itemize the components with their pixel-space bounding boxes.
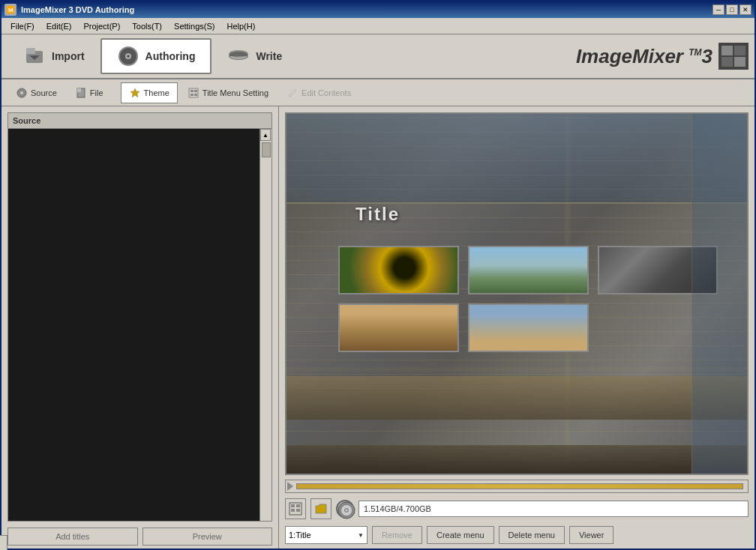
svg-rect-31 xyxy=(296,509,300,512)
delete-menu-button[interactable]: Delete menu xyxy=(499,526,565,544)
title-bar-left: M ImageMixer 3 DVD Authoring xyxy=(4,4,134,16)
dropdown-value: 1:Title xyxy=(289,531,311,540)
theme-button[interactable]: Theme xyxy=(121,82,178,103)
window-frame: M ImageMixer 3 DVD Authoring ─ □ ✕ File(… xyxy=(0,0,756,550)
edit-contents-label: Edit Contents xyxy=(302,88,351,97)
svg-rect-14 xyxy=(722,57,733,67)
source-icon xyxy=(16,87,28,99)
import-label: Import xyxy=(52,50,85,62)
sub-toolbar: Source File Theme xyxy=(2,79,754,106)
authoring-icon xyxy=(117,45,140,67)
title-menu-button[interactable]: Title Menu Setting xyxy=(179,82,277,103)
authoring-label: Authoring xyxy=(146,50,196,62)
file-icon xyxy=(75,87,87,99)
panel-header: Source xyxy=(8,112,272,129)
add-chapter-button[interactable] xyxy=(285,498,306,519)
edit-contents-icon xyxy=(286,87,298,99)
app-name: ImageMixer TM3 xyxy=(576,45,712,68)
right-strip xyxy=(692,114,747,474)
thumbnail-5[interactable] xyxy=(468,303,589,352)
title-bar: M ImageMixer 3 DVD Authoring ─ □ ✕ xyxy=(2,1,754,18)
svg-rect-28 xyxy=(291,504,295,507)
thumbnail-4[interactable] xyxy=(338,303,459,352)
panel-header-label: Source xyxy=(13,116,40,125)
svg-rect-24 xyxy=(190,94,194,96)
source-label: Source xyxy=(31,88,57,97)
svg-rect-10 xyxy=(230,54,248,56)
preview-button[interactable]: Preview xyxy=(142,528,273,546)
svg-rect-29 xyxy=(296,504,300,507)
title-bar-buttons: ─ □ ✕ xyxy=(712,4,752,15)
source-button[interactable]: Source xyxy=(8,82,65,103)
timeline-track[interactable] xyxy=(296,483,743,489)
authoring-button[interactable]: Authoring xyxy=(100,38,212,74)
title-menu-icon xyxy=(188,87,200,99)
folder-button[interactable] xyxy=(310,498,332,519)
main-toolbar: Import Authoring Write xyxy=(2,34,754,79)
scroll-up-button[interactable]: ▲ xyxy=(260,129,271,141)
svg-point-35 xyxy=(346,510,348,512)
svg-rect-22 xyxy=(190,90,194,92)
theme-icon xyxy=(129,87,141,99)
top-strip xyxy=(286,114,747,204)
menu-bar: File(F) Edit(E) Project(P) Tools(T) Sett… xyxy=(2,18,754,34)
svg-rect-12 xyxy=(722,46,733,55)
right-panel: Title xyxy=(279,106,754,550)
capacity-text: 1.514GB/4.700GB xyxy=(364,504,431,513)
minimize-button[interactable]: ─ xyxy=(712,4,724,15)
menu-file[interactable]: File(F) xyxy=(4,20,40,32)
menu-tools[interactable]: Tools(T) xyxy=(126,20,168,32)
app-icon: M xyxy=(4,4,16,16)
maximize-button[interactable]: □ xyxy=(726,4,738,15)
add-titles-button[interactable]: Add titles xyxy=(8,528,138,546)
import-button[interactable]: Import xyxy=(8,38,100,74)
thumbnail-2[interactable] xyxy=(468,246,589,294)
svg-rect-15 xyxy=(734,57,746,67)
timeline-bar xyxy=(285,480,748,493)
svg-marker-20 xyxy=(130,88,140,97)
left-panel: Source ▲ Add titles Preview xyxy=(2,106,279,550)
main-content: Source ▲ Add titles Preview xyxy=(2,106,754,550)
scroll-thumb[interactable] xyxy=(262,142,271,157)
scrollbar[interactable]: ▲ xyxy=(260,129,272,521)
import-icon xyxy=(23,45,46,67)
svg-rect-13 xyxy=(734,46,746,55)
disk-indicator xyxy=(336,500,354,518)
dvd-preview-container: Title xyxy=(285,112,748,475)
resize-handle[interactable] xyxy=(0,535,8,550)
preview-footer-bar xyxy=(286,445,747,474)
svg-rect-3 xyxy=(26,48,35,54)
viewer-button[interactable]: Viewer xyxy=(569,526,614,544)
file-button[interactable]: File xyxy=(67,82,112,103)
thumbnail-grid xyxy=(332,240,724,358)
remove-button[interactable]: Remove xyxy=(372,526,422,544)
thumbnail-1[interactable] xyxy=(338,246,459,294)
edit-contents-button: Edit Contents xyxy=(278,82,359,103)
source-content-area: ▲ xyxy=(8,129,272,522)
title-menu-label: Title Menu Setting xyxy=(202,88,268,97)
theme-label: Theme xyxy=(144,88,170,97)
dvd-preview: Title xyxy=(286,114,747,474)
menu-settings[interactable]: Settings(S) xyxy=(168,20,220,32)
dropdown-arrow-icon: ▼ xyxy=(358,532,364,539)
window-title: ImageMixer 3 DVD Authoring xyxy=(21,5,134,14)
title-dropdown[interactable]: 1:Title ▼ xyxy=(285,526,368,544)
write-button[interactable]: Write xyxy=(212,38,298,74)
file-label: File xyxy=(90,88,104,97)
svg-rect-23 xyxy=(194,90,197,92)
write-label: Write xyxy=(256,50,282,62)
svg-text:M: M xyxy=(8,7,14,13)
svg-point-7 xyxy=(127,55,129,58)
timeline-arrow xyxy=(287,482,293,491)
svg-rect-30 xyxy=(291,509,295,512)
svg-rect-21 xyxy=(189,88,198,97)
menu-help[interactable]: Help(H) xyxy=(220,20,261,32)
dvd-title-text: Title xyxy=(356,204,400,225)
write-icon xyxy=(227,45,250,67)
menu-edit[interactable]: Edit(E) xyxy=(40,20,78,32)
app-logo: ImageMixer TM3 xyxy=(576,43,748,70)
close-button[interactable]: ✕ xyxy=(740,4,752,15)
menu-project[interactable]: Project(P) xyxy=(77,20,126,32)
bottom-controls: 1.514GB/4.700GB xyxy=(285,498,748,520)
create-menu-button[interactable]: Create menu xyxy=(427,526,494,544)
